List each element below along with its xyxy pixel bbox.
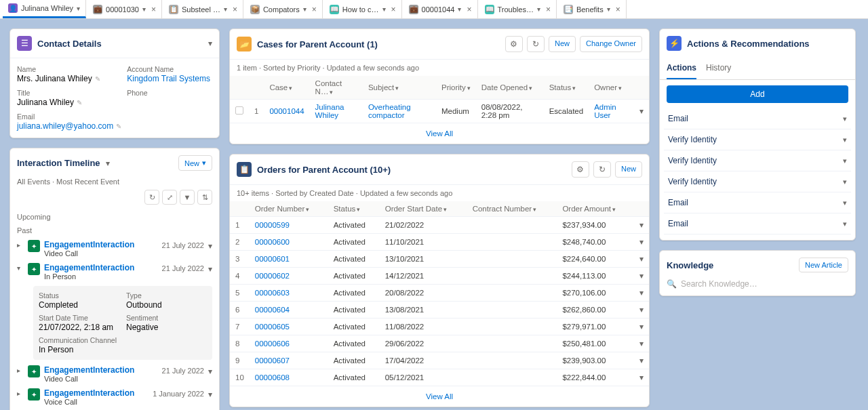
cases-change-owner-button[interactable]: Change Owner <box>580 36 642 52</box>
row-menu-icon[interactable]: ▾ <box>634 352 649 369</box>
orders-view-all-link[interactable]: View All <box>426 392 453 401</box>
edit-icon[interactable]: ✎ <box>95 75 100 83</box>
timeline-item[interactable]: ▸✦EngagementInteractionVoice Call1 Janua… <box>10 386 219 409</box>
workspace-tab[interactable]: 💼00001044▾× <box>403 0 478 18</box>
order-number-link[interactable]: 00000603 <box>250 285 328 302</box>
order-number-link[interactable]: 00000604 <box>250 302 328 319</box>
expand-toggle-icon[interactable]: ▾ <box>17 263 24 272</box>
close-icon[interactable]: × <box>467 5 471 14</box>
orders-new-button[interactable]: New <box>615 161 642 178</box>
column-header[interactable]: Contact N…▾ <box>310 76 363 100</box>
column-header[interactable]: Status▾ <box>328 201 380 217</box>
workspace-tab[interactable]: 📖Troubles…▾× <box>479 0 557 18</box>
column-header[interactable]: Case▾ <box>264 76 309 100</box>
row-menu-icon[interactable]: ▾ <box>634 234 649 251</box>
chevron-down-icon[interactable]: ▾ <box>303 5 307 13</box>
cases-view-all-link[interactable]: View All <box>426 129 453 138</box>
new-article-button[interactable]: New Article <box>799 258 848 272</box>
table-row[interactable]: 1000000608Activated05/12/2021$222,844.00… <box>230 369 649 386</box>
row-menu-icon[interactable]: ▾ <box>208 263 212 274</box>
row-menu-icon[interactable]: ▾ <box>634 217 649 234</box>
row-checkbox[interactable] <box>235 106 243 115</box>
row-menu-icon[interactable]: ▾ <box>634 100 649 123</box>
row-menu-icon[interactable]: ▾ <box>208 388 212 399</box>
timeline-item-title[interactable]: EngagementInteraction <box>44 388 149 398</box>
column-header[interactable]: Subject▾ <box>363 76 436 100</box>
column-header[interactable]: Order Start Date▾ <box>380 201 467 217</box>
column-header[interactable]: Priority▾ <box>436 76 476 100</box>
column-header[interactable]: Date Opened▾ <box>476 76 544 100</box>
column-header[interactable]: Status▾ <box>544 76 589 100</box>
cases-new-button[interactable]: New <box>549 36 576 52</box>
chevron-down-icon[interactable]: ▾ <box>607 5 610 13</box>
timeline-item[interactable]: ▾✦EngagementInteractionIn Person21 July … <box>10 260 219 283</box>
expand-toggle-icon[interactable]: ▸ <box>17 365 24 374</box>
case-owner-link[interactable]: Admin User <box>589 100 634 123</box>
cases-refresh-button[interactable]: ↻ <box>527 36 545 52</box>
add-action-button[interactable]: Add <box>667 85 848 103</box>
chevron-down-icon[interactable]: ▾ <box>382 5 386 13</box>
timeline-expand-all-icon[interactable]: ⤢ <box>162 190 177 205</box>
chevron-down-icon[interactable]: ▾ <box>843 199 847 207</box>
expand-toggle-icon[interactable]: ▸ <box>17 388 24 397</box>
column-header[interactable]: Order Number▾ <box>250 201 328 217</box>
timeline-settings-icon[interactable]: ⇅ <box>197 190 212 205</box>
action-item[interactable]: Email▾ <box>664 108 851 129</box>
chevron-down-icon[interactable]: ▾ <box>843 178 847 186</box>
table-row[interactable]: 700000605Activated11/08/2022$279,971.00▾ <box>230 319 649 335</box>
column-header[interactable]: Order Amount▾ <box>557 201 634 217</box>
close-icon[interactable]: × <box>546 5 551 14</box>
action-item[interactable]: Verify Identity▾ <box>664 171 851 192</box>
chevron-down-icon[interactable]: ▾ <box>843 157 847 165</box>
action-item[interactable]: Verify Identity▾ <box>664 129 851 150</box>
timeline-item[interactable]: ▸✦EngagementInteractionVideo Call21 July… <box>10 363 219 386</box>
row-menu-icon[interactable]: ▾ <box>634 335 649 352</box>
order-number-link[interactable]: 00000599 <box>250 217 328 234</box>
chevron-down-icon[interactable]: ▾ <box>458 5 461 13</box>
column-header[interactable]: Contract Number▾ <box>467 201 557 217</box>
workspace-tab[interactable]: 👤Julinana Whiley▾ <box>3 0 86 18</box>
timeline-expand-icon[interactable]: ▾ <box>106 159 110 168</box>
close-icon[interactable]: × <box>616 5 620 14</box>
timeline-item-title[interactable]: EngagementInteraction <box>44 263 158 272</box>
close-icon[interactable]: × <box>151 5 156 14</box>
knowledge-search-input[interactable] <box>681 279 848 289</box>
orders-refresh-button[interactable]: ↻ <box>593 161 611 178</box>
row-menu-icon[interactable]: ▾ <box>634 319 649 335</box>
table-row[interactable]: 200000600Activated11/10/2021$248,740.00▾ <box>230 234 649 251</box>
table-row[interactable]: 300000601Activated13/10/2021$224,640.00▾ <box>230 251 649 268</box>
chevron-down-icon[interactable]: ▾ <box>843 115 847 123</box>
order-number-link[interactable]: 00000608 <box>250 369 328 386</box>
field-value-account[interactable]: Kingdom Trail Systems <box>127 74 212 83</box>
order-number-link[interactable]: 00000606 <box>250 335 328 352</box>
close-icon[interactable]: × <box>312 5 317 14</box>
actions-tab[interactable]: Actions <box>667 58 696 79</box>
close-icon[interactable]: × <box>391 5 396 14</box>
timeline-item[interactable]: ▸✦EngagementInteractionVideo Call21 July… <box>10 237 219 260</box>
history-tab[interactable]: History <box>706 58 731 79</box>
action-item[interactable]: Verify Identity▾ <box>664 150 851 171</box>
table-row[interactable]: 800000606Activated29/06/2022$250,481.00▾ <box>230 335 649 352</box>
workspace-tab[interactable]: 📦Compators▾× <box>245 0 323 18</box>
table-row[interactable]: 400000602Activated14/12/2021$244,113.00▾ <box>230 268 649 285</box>
table-row[interactable]: 100000599Activated21/02/2022$237,934.00▾ <box>230 217 649 234</box>
case-number-link[interactable]: 00001044 <box>264 100 309 123</box>
order-number-link[interactable]: 00000600 <box>250 234 328 251</box>
workspace-tab[interactable]: 📋Substeel …▾× <box>163 0 243 18</box>
row-menu-icon[interactable]: ▾ <box>634 285 649 302</box>
chevron-down-icon[interactable]: ▾ <box>142 5 146 13</box>
order-number-link[interactable]: 00000601 <box>250 251 328 268</box>
workspace-tab[interactable]: 📑Benefits▾× <box>558 0 627 18</box>
action-item[interactable]: Email▾ <box>664 192 851 213</box>
table-row[interactable]: 600000604Activated13/08/2021$262,860.00▾ <box>230 302 649 319</box>
order-number-link[interactable]: 00000605 <box>250 319 328 335</box>
row-menu-icon[interactable]: ▾ <box>634 369 649 386</box>
chevron-down-icon[interactable]: ▾ <box>77 5 80 12</box>
close-icon[interactable]: × <box>233 5 237 14</box>
chevron-down-icon[interactable]: ▾ <box>537 5 540 13</box>
table-row[interactable]: 500000603Activated20/08/2022$270,106.00▾ <box>230 285 649 302</box>
timeline-item-title[interactable]: EngagementInteraction <box>44 365 158 375</box>
timeline-item-title[interactable]: EngagementInteraction <box>44 240 158 249</box>
row-menu-icon[interactable]: ▾ <box>634 251 649 268</box>
column-header[interactable]: Owner▾ <box>589 76 634 100</box>
